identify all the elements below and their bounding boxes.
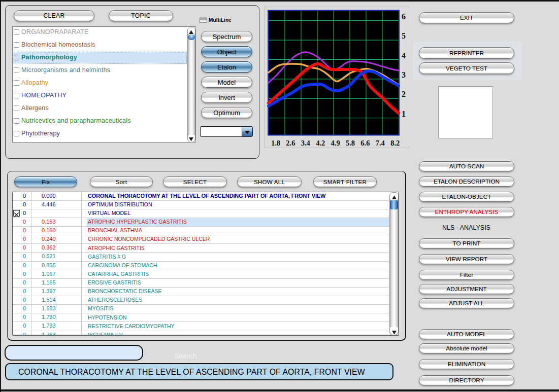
svg-text:4: 4 <box>402 51 406 60</box>
svg-text:3.4: 3.4 <box>301 139 310 147</box>
svg-text:5.8: 5.8 <box>346 139 355 147</box>
svg-text:4.9: 4.9 <box>331 139 340 147</box>
svg-text:6: 6 <box>402 12 406 21</box>
svg-text:2: 2 <box>402 90 406 98</box>
svg-text:5: 5 <box>402 31 406 40</box>
svg-text:1: 1 <box>402 110 406 118</box>
svg-text:6.6: 6.6 <box>360 139 370 147</box>
svg-text:3: 3 <box>402 70 406 79</box>
svg-text:4.2: 4.2 <box>316 139 325 147</box>
svg-text:7.4: 7.4 <box>376 139 385 147</box>
svg-text:8.2: 8.2 <box>390 139 400 147</box>
svg-text:1.8: 1.8 <box>271 139 280 147</box>
svg-text:2.6: 2.6 <box>286 139 295 147</box>
